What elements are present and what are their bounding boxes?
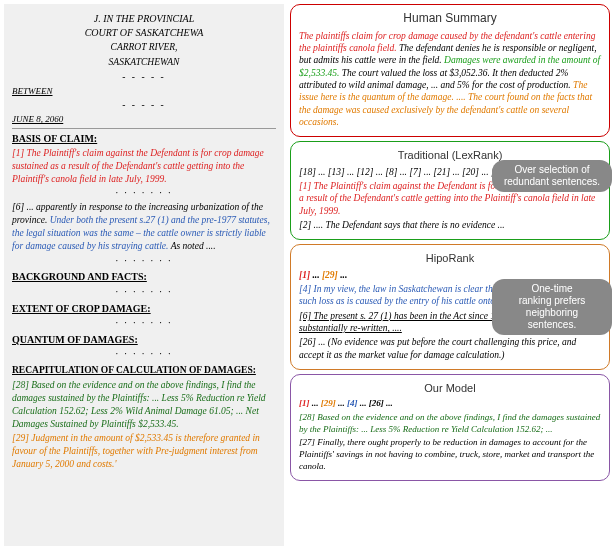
recap-orange: [29] Judgment in the amount of $2,533.45… [12, 432, 276, 470]
basis-heading: BASIS OF CLAIM: [12, 132, 276, 146]
ours-title: Our Model [299, 381, 601, 395]
basis-claim-red: [1] The Plaintiff's claim against the De… [12, 147, 276, 185]
quantum-heading: QUANTUM OF DAMAGES: [12, 333, 276, 347]
between-label: BETWEEN [12, 85, 276, 97]
bg-heading: BACKGROUND AND FACTS: [12, 270, 276, 284]
human-black2: The court valued the loss at $3,052.36. … [299, 68, 573, 90]
ellipsis: · · · · · · · [12, 317, 276, 330]
hipo-title: HipoRank [299, 251, 601, 265]
ellipsis: · · · · · · · [12, 187, 276, 200]
basis-blue: Under both the present s.27 (1) and the … [12, 215, 270, 251]
ours-nums: [1] ... [29] ... [4] ... [26] ... [299, 398, 601, 410]
human-body: The plaintiffs claim for crop damage cau… [299, 30, 601, 129]
ours-green: [28] Based on the evidence and on the ab… [299, 412, 601, 435]
court-title-line2: COURT OF SASKATCHEWA [12, 26, 276, 40]
our-model-box: Our Model [1] ... [29] ... [4] ... [26] … [290, 374, 610, 481]
source-document-panel: J. IN THE PROVINCIAL COURT OF SASKATCHEW… [4, 4, 284, 546]
recap-heading: RECAPITULATION OF CALCULATION OF DAMAGES… [12, 364, 276, 377]
divider [12, 128, 276, 129]
callout1-l2: redundant sentences. [504, 176, 600, 187]
extent-heading: EXTENT OF CROP DAMAGE: [12, 302, 276, 316]
recap-green: [28] Based on the evidence and on the ab… [12, 379, 276, 430]
callout2-l3: neighboring [526, 307, 578, 318]
date: JUNE 8, 2060 [12, 113, 276, 125]
court-header: J. IN THE PROVINCIAL COURT OF SASKATCHEW… [12, 12, 276, 69]
callout2-l1: One-time [531, 283, 572, 294]
callout2-l2: ranking prefers [519, 295, 586, 306]
trad-tail: [2] .... The Defendant says that there i… [299, 219, 601, 231]
ellipsis: - - - - - [12, 71, 276, 84]
ellipsis: - - - - - [12, 99, 276, 112]
ellipsis: · · · · · · · [12, 255, 276, 268]
basis-post: As noted .... [168, 241, 215, 251]
court-sub-line2: SASKATCHEWAN [12, 56, 276, 69]
callout2-l4: sentences. [528, 319, 576, 330]
court-title-line1: J. IN THE PROVINCIAL [12, 12, 276, 26]
callout-neighboring: One-time ranking prefers neighboring sen… [492, 279, 612, 335]
human-summary-box: Human Summary The plaintiffs claim for c… [290, 4, 610, 137]
court-sub-line1: CARROT RIVER, [12, 41, 276, 54]
basis-blue-block: [6] ... apparently in response to the in… [12, 201, 276, 252]
ellipsis: · · · · · · · [12, 286, 276, 299]
summaries-panel: Human Summary The plaintiffs claim for c… [290, 4, 610, 546]
callout-redundant: Over selection of redundant sentences. [492, 160, 612, 192]
hipo-tail: [26] ... (No evidence was put before the… [299, 336, 601, 361]
ours-black: [27] Finally, there ought properly to be… [299, 437, 601, 472]
human-title: Human Summary [299, 11, 601, 27]
callout1-l1: Over selection of [514, 164, 589, 175]
ellipsis: · · · · · · · [12, 348, 276, 361]
